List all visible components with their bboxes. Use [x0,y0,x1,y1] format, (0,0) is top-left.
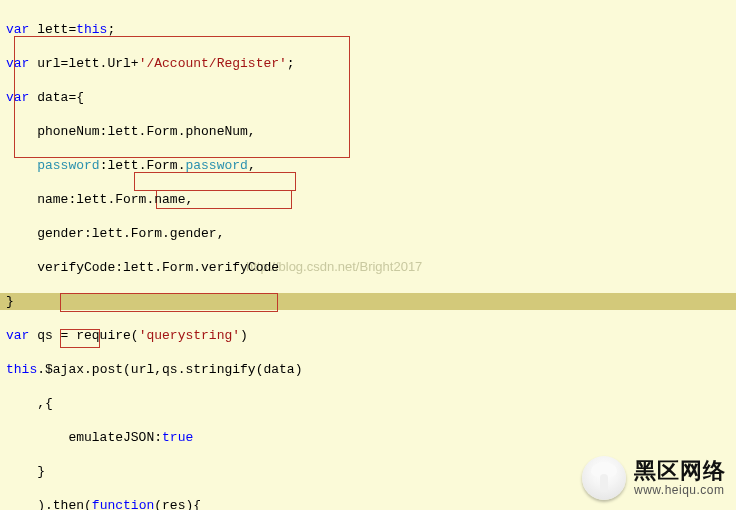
logo-text: 黑区网络 www.heiqu.com [634,459,726,496]
code-line: this.$ajax.post(url,qs.stringify(data) [6,361,736,378]
code-line: emulateJSON:true [6,429,736,446]
code-line: var lett=this; [6,21,736,38]
logo-cn: 黑区网络 [634,459,726,483]
code-line: name:lett.Form.name, [6,191,736,208]
code-line: phoneNum:lett.Form.phoneNum, [6,123,736,140]
logo-en: www.heiqu.com [634,484,726,497]
mushroom-icon [582,456,626,500]
code-line: password:lett.Form.password, [6,157,736,174]
code-line: } [6,293,736,310]
code-line: verifyCode:lett.Form.verifyCode [6,259,736,276]
code-block: var lett=this; var url=lett.Url+'/Accoun… [0,0,736,510]
site-logo: 黑区网络 www.heiqu.com [582,456,726,500]
code-line: var url=lett.Url+'/Account/Register'; [6,55,736,72]
code-line: var data={ [6,89,736,106]
code-line: var qs = require('querystring') [6,327,736,344]
code-line: gender:lett.Form.gender, [6,225,736,242]
code-line: ,{ [6,395,736,412]
